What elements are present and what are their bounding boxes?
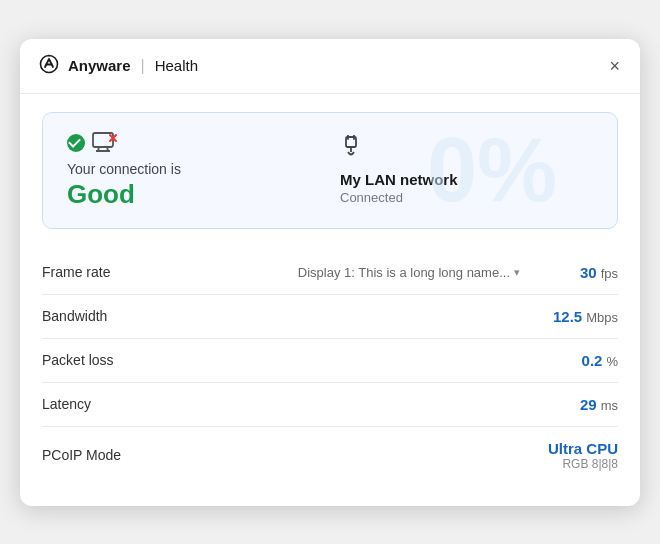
metric-label-pcoip: PCoIP Mode [42,447,528,463]
metric-label-latency: Latency [42,396,528,412]
latency-value: 29 [580,396,597,413]
packetloss-value: 0.2 [582,352,603,369]
connection-status-value: Good [67,179,320,210]
content-area: 0% Your connection is Good [20,94,640,506]
metric-row-packetloss: Packet loss 0.2 % [42,339,618,383]
display-selector-text: Display 1: This is a long long name... [298,265,510,280]
app-name: Anyware [68,57,131,74]
pcoip-value-group: Ultra CPU RGB 8|8|8 [528,440,618,471]
monitor-icon [91,131,119,155]
page-title: Health [155,57,198,74]
latency-unit: ms [601,398,618,413]
pcoip-mode-value: Ultra CPU [548,440,618,457]
anyware-logo-icon [38,53,60,79]
bandwidth-value: 12.5 [553,308,582,325]
framerate-value: 30 [580,264,597,281]
connection-info: Your connection is Good [67,131,320,210]
metric-label-bandwidth: Bandwidth [42,308,528,324]
pcoip-sub-value: RGB 8|8|8 [562,457,618,471]
check-icon [67,134,85,152]
connection-label: Your connection is [67,161,320,177]
metric-row-bandwidth: Bandwidth 12.5 Mbps [42,295,618,339]
bandwidth-value-group: 12.5 Mbps [528,308,618,325]
metric-row-latency: Latency 29 ms [42,383,618,427]
network-name: My LAN network [340,171,593,188]
status-card: 0% Your connection is Good [42,112,618,229]
latency-value-group: 29 ms [528,396,618,413]
connection-icon-row [67,131,320,155]
framerate-unit: fps [601,266,618,281]
network-status-value: Connected [340,190,593,205]
metrics-table: Frame rate Display 1: This is a long lon… [42,251,618,484]
close-button[interactable]: × [605,53,624,79]
bandwidth-unit: Mbps [586,310,618,325]
plug-icon [340,135,362,161]
metric-label-packetloss: Packet loss [42,352,528,368]
network-info: My LAN network Connected [320,135,593,205]
metric-label-framerate: Frame rate [42,264,298,280]
metric-row-framerate: Frame rate Display 1: This is a long lon… [42,251,618,295]
titlebar: Anyware | Health × [20,39,640,94]
display-selector[interactable]: Display 1: This is a long long name... ▾ [298,265,520,280]
metric-row-pcoip: PCoIP Mode Ultra CPU RGB 8|8|8 [42,427,618,484]
chevron-down-icon: ▾ [514,266,520,279]
packetloss-unit: % [606,354,618,369]
framerate-value-group: 30 fps [528,264,618,281]
packetloss-value-group: 0.2 % [528,352,618,369]
titlebar-separator: | [141,57,145,75]
health-window: Anyware | Health × 0% [20,39,640,506]
plug-icon-wrapper [340,135,593,165]
